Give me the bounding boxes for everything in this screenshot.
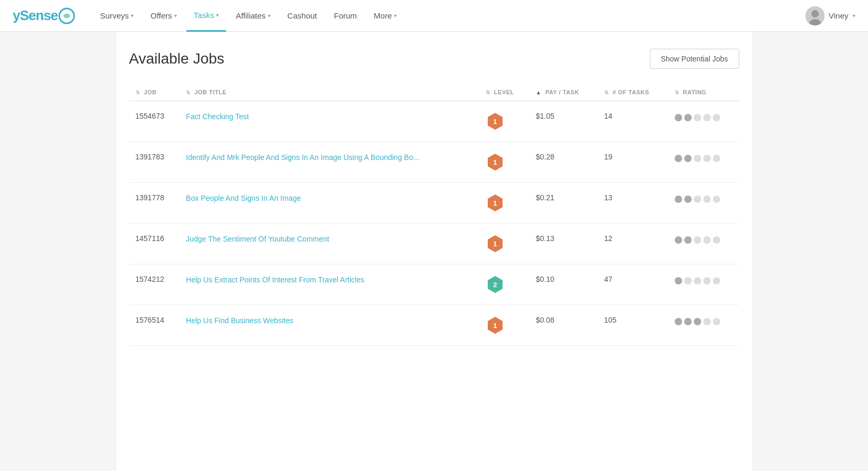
rating-dot-filled [675, 277, 682, 285]
table-header: ⇅ JOB ⇅ JOB TITLE ⇅ LEVEL ▲ PAY / TASK ⇅ [129, 84, 739, 101]
logo[interactable]: ySense [13, 7, 76, 25]
sort-job-icon: ⇅ [136, 90, 140, 95]
job-tasks: 19 [598, 142, 668, 183]
job-level: 2 [479, 264, 530, 305]
logo-text: ySense [13, 7, 58, 24]
col-rating[interactable]: ⇅ RATING [668, 84, 739, 101]
table-row: 1457116Judge The Sentiment Of Youtube Co… [129, 224, 739, 264]
sort-rating-icon: ⇅ [675, 90, 679, 95]
job-title[interactable]: Fact Checking Test [180, 101, 479, 142]
job-id: 1576514 [129, 305, 180, 346]
rating-dot-empty [713, 195, 720, 203]
jobs-tbody: 1554673Fact Checking Test 1 $1.051413917… [129, 101, 739, 346]
nav-tasks[interactable]: Tasks ▾ [186, 0, 226, 32]
nav-surveys[interactable]: Surveys ▾ [93, 0, 141, 32]
rating-dot-empty [694, 155, 701, 162]
rating-dot-filled [684, 236, 692, 244]
col-tasks[interactable]: ⇅ # OF TASKS [598, 84, 668, 101]
rating-dot-empty [703, 155, 711, 162]
rating-dots [675, 318, 733, 325]
job-pay: $0.28 [530, 142, 598, 183]
sort-level-icon: ⇅ [486, 90, 490, 95]
job-title-link[interactable]: Help Us Find Business Websites [186, 316, 293, 325]
rating-dots [675, 114, 733, 121]
navbar: ySense Surveys ▾ Offers ▾ Tasks ▾ Affili… [0, 0, 868, 32]
rating-dot-filled [694, 318, 701, 325]
rating-dot-empty [694, 195, 701, 203]
logo-icon [58, 7, 76, 25]
table-row: 1391778Box People And Signs In An Image … [129, 183, 739, 224]
user-caret-icon[interactable]: ▾ [853, 13, 855, 19]
job-tasks: 14 [598, 101, 668, 142]
table-row: 1391783Identify And Mrk People And Signs… [129, 142, 739, 183]
job-title[interactable]: Help Us Find Business Websites [180, 305, 479, 346]
nav-affiliates[interactable]: Affiliates ▾ [228, 0, 278, 32]
job-title[interactable]: Judge The Sentiment Of Youtube Comment [180, 224, 479, 264]
jobs-table: ⇅ JOB ⇅ JOB TITLE ⇅ LEVEL ▲ PAY / TASK ⇅ [129, 84, 739, 346]
col-level[interactable]: ⇅ LEVEL [479, 84, 530, 101]
rating-dot-empty [713, 236, 720, 244]
job-id: 1574212 [129, 264, 180, 305]
job-pay: $0.13 [530, 224, 598, 264]
nav-right: Viney ▾ [806, 6, 855, 25]
job-title-link[interactable]: Box People And Signs In An Image [186, 194, 301, 202]
job-title-link[interactable]: Fact Checking Test [186, 112, 249, 121]
job-id: 1391783 [129, 142, 180, 183]
rating-dot-empty [703, 318, 711, 325]
affiliates-caret-icon: ▾ [268, 13, 271, 19]
nav-items: Surveys ▾ Offers ▾ Tasks ▾ Affiliates ▾ … [93, 0, 806, 32]
job-title-link[interactable]: Identify And Mrk People And Signs In An … [186, 153, 419, 162]
table-row: 1554673Fact Checking Test 1 $1.0514 [129, 101, 739, 142]
rating-dots [675, 236, 733, 244]
page-content: Available Jobs Show Potential Jobs ⇅ JOB… [117, 32, 752, 471]
level-badge: 1 [486, 193, 505, 212]
rating-dot-filled [684, 114, 692, 121]
user-name: Viney [829, 11, 848, 20]
col-pay[interactable]: ▲ PAY / TASK [530, 84, 598, 101]
show-potential-jobs-button[interactable]: Show Potential Jobs [650, 49, 739, 69]
job-rating [668, 183, 739, 224]
col-job-title[interactable]: ⇅ JOB TITLE [180, 84, 479, 101]
nav-cashout[interactable]: Cashout [280, 0, 325, 32]
level-badge: 1 [486, 153, 505, 172]
svg-point-2 [811, 10, 819, 17]
rating-dot-empty [694, 277, 701, 285]
more-caret-icon: ▾ [394, 13, 397, 19]
job-title[interactable]: Identify And Mrk People And Signs In An … [180, 142, 479, 183]
rating-dot-filled [675, 236, 682, 244]
nav-offers[interactable]: Offers ▾ [143, 0, 184, 32]
rating-dot-filled [675, 155, 682, 162]
nav-more[interactable]: More ▾ [366, 0, 404, 32]
job-title[interactable]: Help Us Extract Points Of Interest From … [180, 264, 479, 305]
job-level: 1 [479, 142, 530, 183]
rating-dot-empty [703, 236, 711, 244]
rating-dot-filled [675, 114, 682, 121]
col-job[interactable]: ⇅ JOB [129, 84, 180, 101]
job-level: 1 [479, 305, 530, 346]
tasks-caret-icon: ▾ [216, 12, 219, 18]
table-row: 1576514Help Us Find Business Websites 1 … [129, 305, 739, 346]
job-title[interactable]: Box People And Signs In An Image [180, 183, 479, 224]
rating-dot-filled [684, 318, 692, 325]
page-header: Available Jobs Show Potential Jobs [129, 49, 739, 69]
rating-dot-empty [694, 114, 701, 121]
job-level: 1 [479, 183, 530, 224]
job-tasks: 105 [598, 305, 668, 346]
rating-dot-empty [703, 114, 711, 121]
job-level: 1 [479, 101, 530, 142]
sort-pay-icon: ▲ [536, 90, 541, 95]
surveys-caret-icon: ▾ [131, 13, 133, 19]
level-badge: 1 [486, 234, 505, 253]
job-title-link[interactable]: Help Us Extract Points Of Interest From … [186, 276, 364, 284]
rating-dot-empty [713, 318, 720, 325]
job-pay: $1.05 [530, 101, 598, 142]
rating-dot-empty [713, 114, 720, 121]
avatar [806, 6, 825, 25]
job-pay: $0.21 [530, 183, 598, 224]
rating-dot-empty [713, 155, 720, 162]
job-title-link[interactable]: Judge The Sentiment Of Youtube Comment [186, 235, 329, 243]
nav-forum[interactable]: Forum [326, 0, 364, 32]
job-id: 1554673 [129, 101, 180, 142]
job-tasks: 12 [598, 224, 668, 264]
offers-caret-icon: ▾ [174, 13, 177, 19]
